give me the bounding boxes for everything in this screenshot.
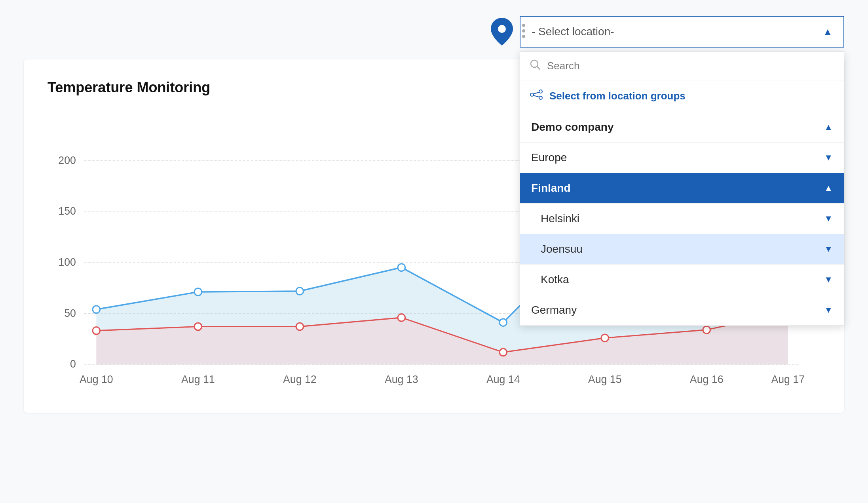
location-groups-icon bbox=[530, 89, 543, 103]
dropdown-search-row bbox=[520, 52, 844, 80]
svg-point-5 bbox=[539, 96, 542, 99]
dropdown-item-kotka[interactable]: Kotka ▼ bbox=[520, 265, 844, 295]
svg-line-6 bbox=[534, 92, 539, 94]
more-options-button[interactable] bbox=[522, 24, 525, 38]
svg-point-0 bbox=[498, 25, 506, 33]
svg-text:100: 100 bbox=[58, 256, 76, 268]
location-select-button[interactable]: - Select location- ▲ bbox=[520, 16, 844, 48]
svg-text:150: 150 bbox=[58, 205, 76, 217]
location-pin-icon bbox=[488, 18, 516, 46]
helsinki-label: Helsinki bbox=[541, 212, 579, 225]
svg-line-2 bbox=[537, 67, 540, 69]
kotka-label: Kotka bbox=[541, 273, 569, 286]
dropdown-item-europe[interactable]: Europe ▼ bbox=[520, 143, 844, 173]
svg-line-7 bbox=[534, 95, 539, 97]
red-dot-4 bbox=[500, 349, 507, 356]
svg-text:Aug 10: Aug 10 bbox=[80, 373, 113, 385]
demo-company-label: Demo company bbox=[531, 121, 614, 133]
demo-company-chevron-icon: ▲ bbox=[824, 122, 833, 132]
svg-point-4 bbox=[539, 90, 542, 93]
location-groups-label: Select from location groups bbox=[549, 90, 686, 102]
dropdown-item-demo-company[interactable]: Demo company ▲ bbox=[520, 112, 844, 143]
helsinki-chevron-icon: ▼ bbox=[824, 213, 833, 224]
dropdown-item-joensuu[interactable]: Joensuu ▼ bbox=[520, 234, 844, 265]
joensuu-label: Joensuu bbox=[541, 243, 583, 255]
svg-text:Aug 13: Aug 13 bbox=[385, 373, 418, 385]
svg-text:200: 200 bbox=[58, 154, 76, 166]
svg-text:Aug 14: Aug 14 bbox=[486, 373, 520, 385]
germany-label: Germany bbox=[531, 304, 577, 316]
red-dot-2 bbox=[296, 323, 304, 330]
dropdown-item-germany[interactable]: Germany ▼ bbox=[520, 295, 844, 326]
joensuu-chevron-icon: ▼ bbox=[824, 244, 833, 254]
red-dot-1 bbox=[194, 323, 202, 330]
red-dot-0 bbox=[93, 327, 100, 335]
blue-dot-1 bbox=[194, 288, 202, 296]
location-dropdown: Select from location groups Demo company… bbox=[520, 51, 844, 326]
main-content: - Select location- ▲ bbox=[0, 0, 868, 429]
page-container: - Select location- ▲ bbox=[0, 0, 868, 503]
svg-text:Aug 17: Aug 17 bbox=[771, 373, 805, 385]
location-groups-link[interactable]: Select from location groups bbox=[520, 80, 844, 112]
dropdown-item-helsinki[interactable]: Helsinki ▼ bbox=[520, 204, 844, 234]
red-dot-6 bbox=[703, 326, 710, 333]
blue-dot-0 bbox=[93, 306, 100, 313]
svg-text:Aug 11: Aug 11 bbox=[181, 373, 215, 385]
dot-1 bbox=[522, 24, 525, 27]
svg-point-3 bbox=[530, 93, 534, 96]
location-select-label: - Select location- bbox=[532, 25, 614, 38]
dot-2 bbox=[522, 29, 525, 32]
europe-chevron-icon: ▼ bbox=[824, 152, 833, 163]
kotka-chevron-icon: ▼ bbox=[824, 274, 833, 285]
europe-label: Europe bbox=[531, 151, 567, 164]
blue-dot-4 bbox=[500, 319, 507, 326]
finland-chevron-icon: ▲ bbox=[824, 183, 833, 193]
red-dot-3 bbox=[398, 314, 405, 322]
dot-3 bbox=[522, 35, 525, 38]
finland-label: Finland bbox=[531, 182, 571, 194]
search-input[interactable] bbox=[547, 60, 834, 72]
svg-text:0: 0 bbox=[70, 358, 76, 370]
svg-text:50: 50 bbox=[64, 307, 76, 319]
dropdown-chevron-up-icon: ▲ bbox=[823, 26, 832, 37]
location-bar: - Select location- ▲ bbox=[24, 16, 844, 48]
svg-text:Aug 15: Aug 15 bbox=[588, 373, 622, 385]
red-dot-5 bbox=[601, 334, 609, 342]
svg-text:Aug 12: Aug 12 bbox=[283, 373, 317, 385]
search-icon bbox=[530, 59, 541, 73]
blue-dot-3 bbox=[398, 264, 405, 271]
svg-text:Aug 16: Aug 16 bbox=[690, 373, 724, 385]
dropdown-item-finland[interactable]: Finland ▲ bbox=[520, 173, 844, 204]
germany-chevron-icon: ▼ bbox=[824, 305, 833, 315]
blue-dot-2 bbox=[296, 288, 304, 295]
